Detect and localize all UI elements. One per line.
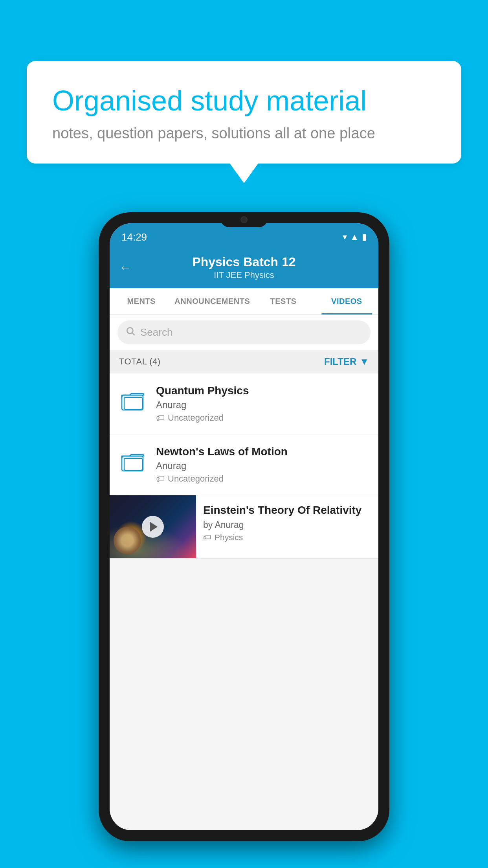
play-triangle-icon	[150, 522, 158, 532]
tag-icon: 🏷	[156, 413, 165, 423]
tag-icon: 🏷	[156, 474, 165, 484]
video-tag: 🏷 Physics	[203, 533, 371, 542]
tag-icon: 🏷	[203, 533, 211, 542]
filter-icon: ▼	[360, 356, 369, 367]
search-icon	[125, 326, 136, 339]
item-icon-quantum	[119, 386, 147, 414]
item-text-quantum: Quantum Physics Anurag 🏷 Uncategorized	[156, 384, 369, 423]
battery-icon: ▮	[362, 232, 367, 242]
phone-mockup: 14:29 ▾ ▲ ▮ ← Physics Batch 12 IIT JEE P…	[99, 212, 389, 841]
svg-rect-3	[124, 397, 142, 409]
item-author: Anurag	[156, 399, 369, 410]
video-title: Einstein's Theory Of Relativity	[203, 504, 371, 517]
tab-ments[interactable]: MENTS	[110, 288, 173, 314]
search-container: Search	[110, 315, 378, 350]
item-title: Quantum Physics	[156, 384, 369, 397]
speech-bubble-arrow	[230, 164, 258, 183]
tab-tests[interactable]: TESTS	[251, 288, 315, 314]
speech-bubble: Organised study material notes, question…	[27, 61, 461, 164]
folder-icon	[121, 451, 145, 472]
header-subtitle: IIT JEE Physics	[139, 270, 349, 280]
status-time: 14:29	[121, 231, 147, 243]
svg-line-1	[132, 333, 134, 335]
speech-bubble-subtitle: notes, question papers, solutions all at…	[52, 125, 436, 142]
search-input[interactable]: Search	[140, 326, 172, 338]
list-item-video[interactable]: Einstein's Theory Of Relativity by Anura…	[110, 495, 378, 559]
list-item[interactable]: Newton's Laws of Motion Anurag 🏷 Uncateg…	[110, 434, 378, 495]
item-icon-newton	[119, 447, 147, 475]
wifi-icon: ▾	[343, 232, 347, 242]
planet	[114, 527, 141, 554]
filter-button[interactable]: FILTER ▼	[324, 356, 369, 367]
phone-camera	[240, 216, 248, 223]
video-author: by Anurag	[203, 520, 371, 530]
header-main-title: Physics Batch 12	[139, 255, 349, 269]
item-tag: 🏷 Uncategorized	[156, 474, 369, 484]
header-title-group: Physics Batch 12 IIT JEE Physics	[139, 255, 349, 280]
total-count: TOTAL (4)	[119, 357, 161, 367]
filter-bar: TOTAL (4) FILTER ▼	[110, 350, 378, 373]
list-item[interactable]: Quantum Physics Anurag 🏷 Uncategorized	[110, 373, 378, 434]
item-tag: 🏷 Uncategorized	[156, 413, 369, 423]
tab-announcements[interactable]: ANNOUNCEMENTS	[173, 288, 251, 314]
folder-icon	[121, 390, 145, 411]
speech-bubble-title: Organised study material	[52, 85, 436, 117]
search-input-wrap[interactable]: Search	[117, 320, 371, 344]
item-title: Newton's Laws of Motion	[156, 445, 369, 458]
app-header: ← Physics Batch 12 IIT JEE Physics	[110, 248, 378, 288]
phone-notch	[220, 212, 268, 227]
item-author: Anurag	[156, 460, 369, 471]
tabs-bar: MENTS ANNOUNCEMENTS TESTS VIDEOS	[110, 288, 378, 315]
play-button[interactable]	[142, 516, 164, 538]
svg-rect-5	[124, 458, 142, 470]
content-list: Quantum Physics Anurag 🏷 Uncategorized	[110, 373, 378, 559]
video-text-einstein: Einstein's Theory Of Relativity by Anura…	[196, 495, 378, 551]
back-button[interactable]: ←	[119, 260, 132, 275]
phone-screen: 14:29 ▾ ▲ ▮ ← Physics Batch 12 IIT JEE P…	[110, 223, 378, 830]
item-text-newton: Newton's Laws of Motion Anurag 🏷 Uncateg…	[156, 445, 369, 484]
phone-outer: 14:29 ▾ ▲ ▮ ← Physics Batch 12 IIT JEE P…	[99, 212, 389, 841]
speech-bubble-section: Organised study material notes, question…	[27, 61, 461, 183]
video-thumbnail	[110, 495, 196, 558]
status-icons: ▾ ▲ ▮	[343, 232, 367, 242]
signal-icon: ▲	[350, 232, 359, 242]
tab-videos[interactable]: VIDEOS	[315, 288, 378, 314]
